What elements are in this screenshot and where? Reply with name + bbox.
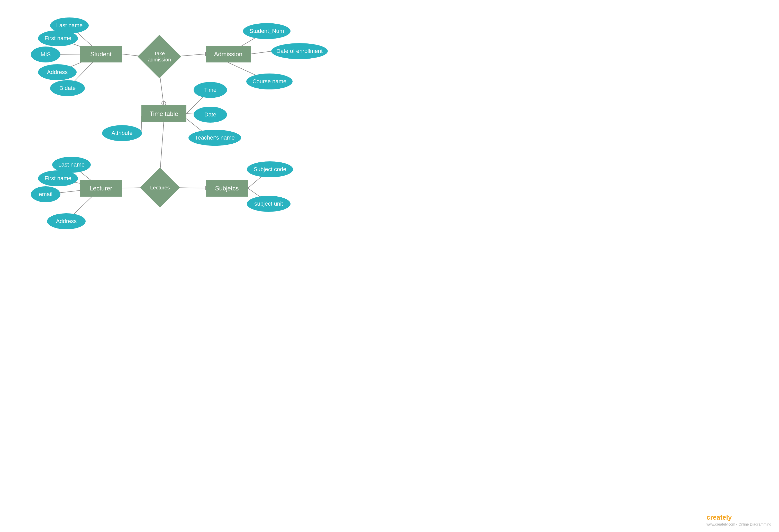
first-name-lecturer-ellipse: First name — [38, 171, 78, 186]
subjetcs-entity: Subjetcs — [206, 180, 248, 197]
time-ellipse: Time — [194, 82, 227, 98]
student-num-ellipse: Student_Num — [243, 23, 291, 39]
svg-line-33 — [251, 51, 272, 54]
date-enrollment-ellipse: Date of enrollment — [271, 43, 328, 59]
course-name-ellipse: Course name — [246, 73, 293, 89]
subject-unit-ellipse: subject unit — [247, 196, 291, 212]
date-ellipse: Date — [194, 107, 227, 123]
b-date-ellipse: B date — [50, 80, 85, 96]
attribute-ellipse: Attribute — [102, 125, 142, 141]
first-name-student-ellipse: First name — [38, 30, 78, 46]
address-student-ellipse: Address — [38, 64, 77, 80]
admission-entity: Admission — [206, 46, 251, 62]
teachers-name-ellipse: Teacher's name — [188, 130, 241, 146]
email-ellipse: email — [31, 186, 60, 202]
subject-code-ellipse: Subject code — [247, 161, 293, 177]
mis-ellipse: MIS — [31, 47, 60, 62]
svg-line-16 — [160, 122, 164, 174]
student-entity: Student — [80, 46, 122, 62]
watermark: creately www.creately.com • Online Diagr… — [707, 514, 771, 527]
address-lecturer-ellipse: Address — [47, 213, 85, 229]
time-table-entity: Time table — [141, 106, 186, 122]
lecturer-entity: Lecturer — [80, 180, 122, 197]
